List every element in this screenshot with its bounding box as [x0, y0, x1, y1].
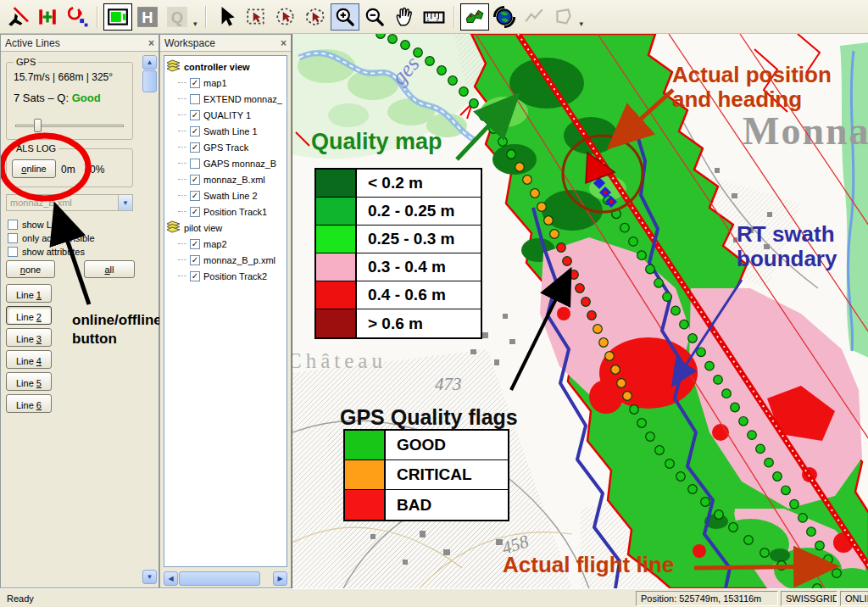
gps-slider[interactable]	[15, 119, 124, 132]
als-distance: 0m	[61, 164, 75, 175]
tree-group-label[interactable]: controller view	[184, 62, 250, 72]
tree-item-label[interactable]: monnaz_B.xml	[203, 175, 265, 185]
line-button-line-6[interactable]: Line 6	[6, 394, 52, 413]
toolbar-overflow-arrow[interactable]: ▾	[580, 19, 584, 28]
tree-checkbox[interactable]: ✓	[190, 239, 200, 249]
tree-item[interactable]: ✓monnaz_B_p.xml	[166, 252, 287, 268]
tree-group[interactable]: pilot view	[166, 220, 287, 236]
tree-item[interactable]: ✓Position Track1	[166, 203, 287, 220]
option-checkbox[interactable]	[8, 247, 18, 257]
tree-item[interactable]: ✓Swath Line 2	[166, 187, 287, 203]
scroll-right-icon[interactable]: ▶	[273, 571, 287, 586]
selection-buttons: none all	[6, 260, 135, 279]
tree-group-label[interactable]: pilot view	[184, 223, 222, 233]
tree-item[interactable]: ✓Swath Line 1	[166, 123, 287, 139]
zoom-out-button[interactable]	[360, 3, 389, 31]
tree-checkbox[interactable]: ✓	[190, 175, 200, 185]
tree-item-label[interactable]: Swath Line 1	[203, 126, 258, 136]
tree-checkbox[interactable]: ✓	[190, 255, 200, 265]
select-arrow-icon[interactable]	[212, 3, 241, 31]
select-circle-icon[interactable]	[271, 3, 300, 31]
area-tool-button[interactable]	[460, 3, 489, 31]
globe-view-icon[interactable]	[490, 3, 519, 31]
tree-checkbox[interactable]: ✓	[190, 142, 200, 153]
scroll-up-icon[interactable]: ▲	[142, 55, 157, 70]
tree-connector	[178, 276, 186, 276]
active-lines-scrollbar[interactable]: ▲ ▼	[142, 55, 157, 584]
legend-swatch	[316, 281, 357, 309]
option-row[interactable]: show attributes	[8, 245, 135, 259]
map-view[interactable]: Monnaz ges 473 458 34 47 Château Neu	[292, 34, 868, 588]
legend-row: 0.25 - 0.3 m	[316, 226, 481, 253]
circle-points-icon[interactable]	[63, 3, 92, 31]
zoom-in-button[interactable]	[331, 3, 359, 31]
toolbar-overflow-arrow[interactable]: ▾	[193, 19, 198, 28]
tree-item-label[interactable]: Position Track1	[203, 207, 267, 217]
aircraft-select-icon[interactable]	[3, 3, 32, 31]
display-toggle-button[interactable]	[103, 3, 132, 31]
tree-item[interactable]: ✓QUALITY 1	[166, 107, 287, 123]
layers-icon	[166, 59, 181, 74]
scroll-left-icon[interactable]: ◀	[164, 571, 178, 586]
tree-checkbox[interactable]: ✓	[190, 110, 200, 120]
histogram-h-button[interactable]: H	[133, 3, 162, 31]
tree-group[interactable]: controller view	[166, 58, 287, 75]
scroll-down-icon[interactable]: ▼	[142, 570, 157, 584]
close-icon[interactable]: ×	[148, 37, 154, 49]
option-label: show Labels	[22, 220, 74, 230]
slider-thumb[interactable]	[34, 119, 42, 132]
mission-file-combobox[interactable]: monnaz_B.xml ▼	[6, 194, 133, 211]
pan-hand-icon[interactable]	[390, 3, 419, 31]
tree-checkbox[interactable]: ✓	[190, 191, 200, 201]
tree-item-label[interactable]: QUALITY 1	[203, 110, 251, 120]
tree-item[interactable]: ✓GPS Track	[166, 139, 287, 155]
tree-item[interactable]: EXTEND monnaz_	[166, 91, 287, 107]
tree-checkbox[interactable]	[190, 94, 200, 104]
tree-checkbox[interactable]: ✓	[190, 271, 200, 281]
all-button[interactable]: all	[84, 260, 135, 278]
option-row[interactable]: show Labels	[8, 218, 135, 231]
tree-item[interactable]: ✓monnaz_B.xml	[166, 171, 287, 187]
tree-checkbox[interactable]: ✓	[190, 126, 200, 136]
add-flight-line-icon[interactable]	[33, 3, 62, 31]
chevron-down-icon[interactable]: ▼	[118, 195, 132, 210]
line-button-line-5[interactable]: Line 5	[6, 372, 52, 391]
measure-ruler-icon[interactable]: 13	[420, 3, 448, 31]
tree-item-label[interactable]: monnaz_B_p.xml	[203, 255, 275, 265]
option-row[interactable]: only active visible	[8, 231, 135, 245]
option-checkbox[interactable]	[8, 220, 18, 230]
tree-checkbox[interactable]: ✓	[190, 207, 200, 217]
close-icon[interactable]: ×	[281, 37, 287, 49]
quality-q-button: Q	[163, 3, 192, 31]
tree-item-label[interactable]: GAPS monnaz_B	[203, 159, 276, 169]
tree-checkbox[interactable]: ✓	[190, 78, 200, 88]
tree-item-label[interactable]: Swath Line 2	[203, 191, 258, 201]
scroll-thumb[interactable]	[179, 571, 260, 586]
scroll-thumb[interactable]	[142, 70, 157, 92]
tree-checkbox[interactable]	[190, 159, 200, 169]
gps-satellites: 7 Sats – Q: Good	[14, 92, 101, 104]
line-button-line-4[interactable]: Line 4	[6, 350, 52, 369]
online-button[interactable]: online	[12, 159, 56, 178]
tree-item-label[interactable]: EXTEND monnaz_	[203, 94, 282, 104]
tree-item-label[interactable]: map2	[203, 239, 227, 249]
legend-label: 0.3 - 0.4 m	[357, 253, 446, 281]
tree-item[interactable]: ✓map1	[166, 75, 287, 91]
option-checkbox[interactable]	[8, 233, 18, 243]
tree-item-label[interactable]: Position Track2	[203, 271, 267, 281]
tree-item-label[interactable]: map1	[203, 78, 227, 88]
line-button-line-2[interactable]: Line 2	[6, 306, 52, 325]
line-button-line-1[interactable]: Line 1	[6, 284, 52, 303]
select-polygon-icon[interactable]	[301, 3, 330, 31]
line-button-line-3[interactable]: Line 3	[6, 328, 52, 347]
tree-item[interactable]: ✓Position Track2	[166, 268, 287, 284]
active-lines-title: Active Lines	[5, 37, 60, 49]
tree-item[interactable]: ✓map2	[166, 236, 287, 252]
tree-item[interactable]: GAPS monnaz_B	[166, 155, 287, 171]
status-grid: SWISSGRID	[781, 591, 837, 606]
tree-item-label[interactable]: GPS Track	[203, 142, 248, 153]
none-button[interactable]: none	[6, 260, 55, 278]
workspace-hscrollbar[interactable]: ◀ ▶	[164, 571, 287, 586]
select-rectangle-icon[interactable]	[242, 3, 270, 31]
legend-label: 0.25 - 0.3 m	[357, 226, 454, 253]
